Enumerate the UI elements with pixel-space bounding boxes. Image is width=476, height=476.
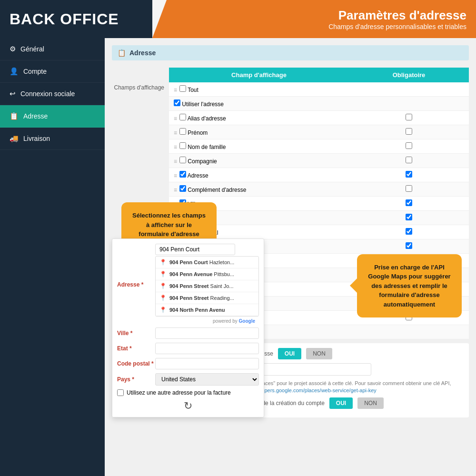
autofill-non-button[interactable]: NON: [306, 348, 332, 359]
state-label: Etat *: [117, 345, 155, 352]
table-row: ≡ Nom de famille: [169, 139, 469, 154]
page-title: Paramètres d'adresse: [338, 8, 466, 23]
use-name-oui-button[interactable]: OUI: [329, 397, 353, 409]
required-checkbox-2[interactable]: [406, 114, 412, 120]
required-checkbox-8[interactable]: [406, 199, 412, 206]
use-name-non-button[interactable]: NON: [357, 397, 384, 409]
autocomplete-item[interactable]: 📍904 Penn Street Saint Jo...: [156, 280, 258, 292]
required-cell: [349, 139, 469, 154]
autocomplete-item[interactable]: 📍904 Penn Street Reading...: [156, 292, 258, 304]
autocomplete-list: 📍904 Penn Court Hazleton...📍904 Penn Ave…: [155, 256, 259, 317]
required-cell: [349, 225, 469, 239]
required-checkbox-7[interactable]: [406, 185, 412, 192]
col-required: Obligatoire: [349, 68, 469, 82]
zip-input[interactable]: [155, 358, 259, 369]
content-inner: 📋 Adresse Champs d'affichage Champ d'aff…: [112, 45, 469, 417]
table-row: ≡ Alias d'adresse: [169, 111, 469, 125]
main-layout: ⚙Général👤Compte↩Connexion sociale📋Adress…: [0, 38, 476, 476]
map-pin-icon: 📍: [159, 283, 167, 289]
sidebar-item-general[interactable]: ⚙Général: [0, 38, 105, 60]
required-cell: [349, 154, 469, 168]
display-checkbox-6[interactable]: [179, 171, 186, 178]
invoice-checkbox-label: Utilisez une autre adresse pour la factu…: [127, 389, 231, 396]
required-checkbox-6[interactable]: [406, 171, 412, 178]
sidebar-item-compte[interactable]: 👤Compte: [0, 60, 105, 83]
display-checkbox-5[interactable]: [179, 157, 186, 163]
address-input[interactable]: [155, 244, 235, 255]
field-cell: ≡ Nom de famille: [169, 139, 349, 154]
drag-handle[interactable]: ≡: [174, 187, 177, 193]
display-checkbox-7[interactable]: [179, 185, 186, 192]
drag-handle[interactable]: ≡: [174, 144, 177, 150]
required-cell: [349, 197, 469, 211]
sidebar-item-adresse[interactable]: 📋Adresse: [0, 105, 105, 128]
required-cell: [349, 168, 469, 182]
required-checkbox-11[interactable]: [406, 242, 412, 249]
sidebar-item-livraison[interactable]: 🚚Livraison: [0, 128, 105, 150]
state-field-row: Etat *: [117, 343, 259, 354]
autocomplete-item[interactable]: 📍904 North Penn Avenu: [156, 304, 258, 316]
required-checkbox-10[interactable]: [406, 228, 412, 235]
display-checkbox-4[interactable]: [179, 142, 186, 149]
sidebar: ⚙Général👤Compte↩Connexion sociale📋Adress…: [0, 38, 105, 476]
drag-handle[interactable]: ≡: [174, 87, 177, 93]
map-pin-icon: 📍: [159, 295, 167, 301]
zip-field-row: Code postal *: [117, 358, 259, 369]
sidebar-label-compte: Compte: [23, 68, 47, 75]
autocomplete-item[interactable]: 📍904 Penn Court Hazleton...: [156, 257, 258, 268]
table-row: ≡ Compagnie: [169, 154, 469, 168]
sidebar-icon-connexion: ↩: [10, 89, 16, 98]
refresh-icon[interactable]: ↻: [184, 400, 192, 412]
sidebar-item-connexion[interactable]: ↩Connexion sociale: [0, 83, 105, 105]
section-header: 📋 Adresse: [112, 45, 469, 60]
header-right: Paramètres d'adresse Champs d'adresse pe…: [152, 0, 476, 38]
display-checkbox-3[interactable]: [179, 128, 186, 135]
google-brand: Google: [239, 318, 255, 324]
required-checkbox-3[interactable]: [406, 128, 412, 135]
country-select[interactable]: United States: [155, 373, 259, 386]
address-autocomplete-popup: Adresse * 📍904 Penn Court Hazleton...📍90…: [112, 238, 264, 417]
field-cell: ≡ Prénom: [169, 125, 349, 139]
state-input[interactable]: [155, 343, 259, 354]
required-checkbox-5[interactable]: [406, 157, 412, 163]
drag-handle[interactable]: ≡: [174, 129, 177, 136]
suggestion-text: 904 Penn Street Reading...: [169, 295, 234, 301]
app-title: BACK OFFICE: [10, 10, 119, 28]
table-row: ≡ Prénom: [169, 125, 469, 139]
section-title: Adresse: [129, 49, 156, 57]
country-label: Pays *: [117, 376, 155, 383]
drag-handle[interactable]: ≡: [174, 158, 177, 165]
page-subtitle: Champs d'adresse personnalisables et tri…: [328, 23, 466, 30]
required-cell: [349, 125, 469, 139]
drag-handle[interactable]: ≡: [174, 115, 177, 122]
display-checkbox-1[interactable]: [174, 99, 180, 106]
table-row: ≡ Tout: [169, 82, 469, 97]
country-field-row: Pays * United States: [117, 373, 259, 386]
autocomplete-item[interactable]: 📍904 Penn Avenue Pittsbu...: [156, 268, 258, 280]
header-left: BACK OFFICE: [0, 0, 152, 38]
section-icon: 📋: [118, 49, 126, 57]
table-row: ≡ Adresse: [169, 168, 469, 182]
tooltip-right-bubble: Prise en charge de l'API Google Maps pou…: [357, 254, 462, 318]
sidebar-icon-compte: 👤: [10, 67, 19, 76]
required-checkbox-9[interactable]: [406, 214, 412, 220]
autofill-oui-button[interactable]: OUI: [278, 348, 301, 359]
drag-handle[interactable]: ≡: [174, 172, 177, 179]
zip-label: Code postal *: [117, 360, 155, 367]
map-pin-icon: 📍: [159, 259, 167, 266]
invoice-checkbox[interactable]: [117, 389, 124, 396]
addr-label: Adresse *: [117, 281, 155, 288]
required-checkbox-4[interactable]: [406, 142, 412, 149]
display-checkbox-2[interactable]: [179, 114, 186, 120]
suggestion-text: 904 Penn Avenue Pittsbu...: [169, 271, 234, 277]
sidebar-label-connexion: Connexion sociale: [20, 90, 75, 98]
required-cell: [349, 211, 469, 225]
suggestion-text: 904 Penn Street Saint Jo...: [169, 283, 234, 289]
city-input[interactable]: [155, 327, 259, 339]
header: BACK OFFICE Paramètres d'adresse Champs …: [0, 0, 476, 38]
address-field-row: Adresse * 📍904 Penn Court Hazleton...📍90…: [117, 244, 259, 326]
display-checkbox-0[interactable]: [179, 85, 186, 92]
tooltip-right-text: Prise en charge de l'API Google Maps pou…: [368, 264, 450, 308]
field-cell: ≡ Alias d'adresse: [169, 111, 349, 125]
sidebar-icon-livraison: 🚚: [10, 134, 19, 143]
